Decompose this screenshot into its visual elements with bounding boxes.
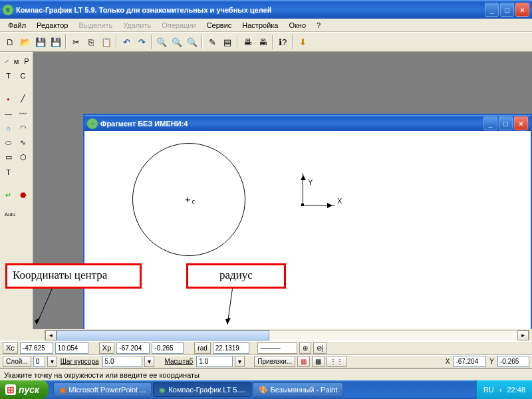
menu-select: Выделить — [73, 20, 118, 31]
tool-poly[interactable]: ⬡ — [16, 150, 30, 164]
scale-input[interactable] — [196, 356, 233, 367]
snap-button[interactable]: Привязки... — [254, 356, 295, 367]
tool-t[interactable]: Т — [1, 68, 15, 82]
print-icon[interactable]: 🖶 — [240, 35, 255, 49]
doc-close[interactable]: × — [514, 116, 528, 130]
task-kompas[interactable]: ◉Компас-График LT 5.... — [153, 382, 251, 397]
style-dropdown[interactable]: ——— — [257, 342, 297, 354]
undo-icon[interactable]: ↶ — [119, 35, 134, 49]
h-scrollbar[interactable]: ◄ ► — [45, 330, 529, 341]
open-icon[interactable]: 📂 — [18, 35, 33, 49]
step-input[interactable] — [102, 356, 142, 367]
menu-setup[interactable]: Настройка — [237, 20, 283, 31]
grid1-icon[interactable]: ▦ — [297, 356, 310, 367]
drawing-canvas[interactable]: Y X — [84, 131, 531, 329]
edit-icon[interactable]: ✎ — [205, 35, 219, 49]
new-icon[interactable]: 🗋 — [3, 35, 17, 49]
start-button[interactable]: пуск — [0, 380, 49, 399]
tool-ellipse[interactable]: ⬭ — [1, 136, 15, 150]
save-icon[interactable]: 💾 — [33, 35, 48, 49]
tool-spline[interactable]: ∿ — [16, 136, 30, 150]
step-dd[interactable]: ▾ — [144, 356, 154, 367]
preview-icon[interactable]: 🖶 — [255, 35, 270, 49]
tool-auto[interactable]: Auto — [1, 207, 19, 221]
zoomout-icon[interactable]: 🔍 — [185, 35, 200, 49]
zoomarea-icon[interactable]: 🔍 — [170, 35, 184, 49]
rad-button[interactable]: rad — [194, 342, 210, 354]
svg-marker-3 — [225, 318, 231, 325]
tool-text[interactable]: Т — [1, 165, 15, 179]
tool-rect[interactable]: ▭ — [1, 150, 15, 164]
doc-title: Фрагмент БЕЗ ИМЕНИ:4 — [100, 120, 483, 128]
tool-curve[interactable]: 〰 — [16, 106, 30, 120]
yp-input[interactable] — [152, 342, 184, 354]
layer-dd[interactable]: ▾ — [47, 356, 57, 367]
minimize-button[interactable]: _ — [485, 3, 499, 17]
x-readout — [453, 356, 486, 367]
tool-a[interactable]: ⟋ — [1, 54, 11, 68]
tool-arc[interactable]: ◠ — [16, 121, 30, 135]
xp-button[interactable]: Xp — [99, 342, 114, 354]
layers-icon[interactable]: ▤ — [220, 35, 235, 49]
tool-m[interactable]: м — [11, 54, 21, 68]
zoomin-icon[interactable]: 🔍 — [154, 35, 169, 49]
center-marker — [183, 194, 196, 207]
tool-line[interactable]: ╱ — [16, 92, 30, 106]
menu-edit[interactable]: Редактор — [31, 20, 73, 31]
status-bar: Укажите точку на окружности или введите … — [0, 368, 532, 380]
doc-maximize[interactable]: □ — [499, 116, 513, 130]
saveall-icon[interactable]: 💾 — [49, 35, 63, 49]
menubar: Файл Редактор Выделить Удалить Операции … — [0, 19, 532, 32]
tray-icon[interactable]: ‹ — [499, 386, 502, 394]
clock: 22:48 — [507, 386, 525, 394]
parameter-bar: Xc Xp rad ——— ⊕ ⊘| Слой... ▾ Шаг курсора… — [0, 340, 532, 368]
menu-service[interactable]: Сервис — [201, 20, 237, 31]
tool-p[interactable]: Р — [22, 54, 31, 68]
doc-minimize[interactable]: _ — [483, 116, 497, 130]
app-titlebar: К Компас-График LT 5.9. Только для ознак… — [0, 0, 532, 19]
layer-button[interactable]: Слой... — [3, 356, 31, 367]
tool-hline[interactable]: — — [1, 106, 15, 120]
rad-input[interactable] — [213, 342, 249, 354]
menu-help[interactable]: ? — [311, 20, 326, 31]
grid2-icon[interactable]: ▦ — [312, 356, 325, 367]
attach-icon[interactable]: ⬇ — [295, 35, 310, 49]
menu-window[interactable]: Окно — [283, 20, 311, 31]
menu-file[interactable]: Файл — [3, 20, 31, 31]
app-title: Компас-График LT 5.9. Только для ознаком… — [16, 6, 485, 14]
menu-delete: Удалить — [118, 20, 156, 31]
doc-icon: ▫ — [87, 118, 98, 129]
help-icon[interactable]: ℹ? — [275, 35, 290, 49]
system-tray[interactable]: RU ‹ 22:48 — [476, 380, 532, 399]
layer-input[interactable] — [33, 356, 45, 367]
task-paint[interactable]: 🎨Безымянный - Paint — [253, 382, 344, 397]
task-powerpoint[interactable]: ▣Microsoft PowerPoint ... — [53, 382, 152, 397]
xp-input[interactable] — [116, 342, 150, 354]
grid3-icon[interactable]: ⋮⋮ — [327, 356, 346, 367]
maximize-button[interactable]: □ — [500, 3, 514, 17]
xc-input[interactable] — [20, 342, 53, 354]
paste-icon[interactable]: 📋 — [99, 35, 114, 49]
xc-button[interactable]: Xc — [3, 342, 18, 354]
tool-enter[interactable]: ↵ — [1, 188, 15, 202]
scale-dd[interactable]: ▾ — [235, 356, 245, 367]
scroll-right-icon[interactable]: ► — [517, 331, 529, 340]
tool-stop[interactable]: ⬣ — [16, 188, 30, 202]
cut-icon[interactable]: ✂ — [68, 35, 83, 49]
diam-toggle[interactable]: ⊘| — [313, 342, 327, 354]
lang-indicator[interactable]: RU — [483, 386, 494, 394]
scale-label: Масштаб — [164, 358, 195, 365]
menu-ops: Операции — [156, 20, 201, 31]
app-icon: К — [3, 5, 13, 15]
close-button[interactable]: × — [515, 3, 529, 17]
document-window: ▫ Фрагмент БЕЗ ИМЕНИ:4 _ □ × Y X — [83, 114, 532, 329]
tool-c[interactable]: С — [16, 68, 30, 82]
redo-icon[interactable]: ↷ — [134, 35, 149, 49]
tool-circle[interactable]: ○ — [1, 121, 15, 135]
main-toolbar: 🗋 📂 💾 💾 ✂ ⎘ 📋 ↶ ↷ 🔍 🔍 🔍 ✎ ▤ 🖶 🖶 ℹ? ⬇ — [0, 32, 532, 52]
axes-toggle[interactable]: ⊕ — [299, 342, 311, 354]
copy-icon[interactable]: ⎘ — [84, 35, 98, 49]
yc-input[interactable] — [55, 342, 88, 354]
tool-point[interactable]: • — [1, 92, 15, 106]
x-label: X — [444, 358, 452, 365]
